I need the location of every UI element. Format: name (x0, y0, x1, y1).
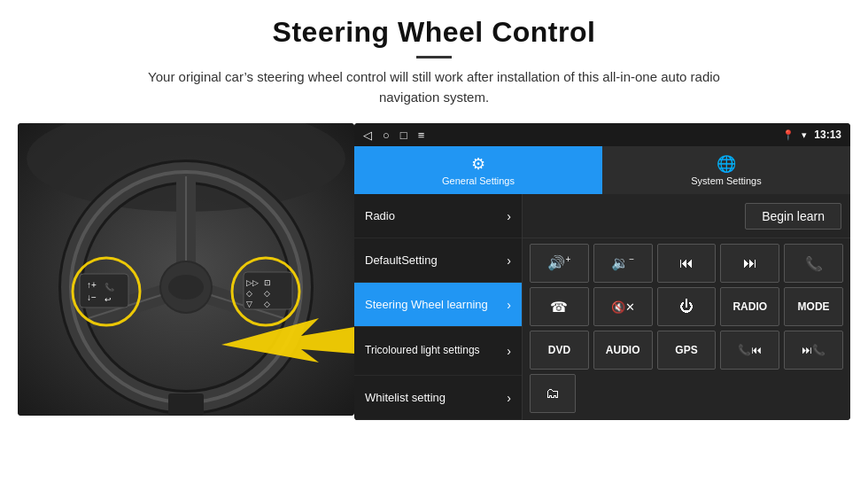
settings-menu: Radio › DefaultSetting › Steering Wheel … (354, 194, 523, 420)
menu-radio-label: Radio (365, 209, 395, 222)
svg-text:⊡: ⊡ (264, 278, 271, 287)
svg-text:◇: ◇ (264, 289, 270, 298)
radio-label: RADIO (732, 300, 767, 313)
mute-button[interactable]: 🔇✕ (593, 287, 653, 326)
settings-panel: Begin learn 🔊+ 🔉− ⏮ (523, 194, 850, 420)
android-ui: ◁ ○ □ ≡ 📍 ▾ 13:13 ⚙ General Settings 🌐 S… (354, 123, 850, 420)
begin-learn-button[interactable]: Begin learn (745, 203, 841, 230)
call-hang-button[interactable]: ☎ (530, 287, 589, 326)
menu-item-whitelist[interactable]: Whitelist setting › (354, 376, 522, 420)
back-nav-icon[interactable]: ◁ (363, 129, 372, 142)
mode-label: MODE (798, 300, 830, 313)
status-bar: ◁ ○ □ ≡ 📍 ▾ 13:13 (354, 123, 850, 146)
control-row-4: 🗂 (530, 374, 843, 413)
prev-track-button[interactable]: ⏮ (657, 244, 717, 283)
prev-track-icon: ⏮ (679, 255, 694, 271)
call-next-button[interactable]: ⏭📞 (784, 331, 843, 370)
call-prev-button[interactable]: 📞⏮ (720, 331, 779, 370)
status-time: 13:13 (814, 129, 841, 141)
tab-system-label: System Settings (691, 175, 761, 186)
svg-text:↓−: ↓− (87, 292, 97, 302)
power-button[interactable]: ⏻ (657, 287, 717, 326)
control-row-2: ☎ 🔇✕ ⏻ RADIO MODE (530, 287, 843, 326)
file-icon: 🗂 (546, 386, 560, 401)
wifi-icon: ▾ (802, 129, 807, 141)
next-track-button[interactable]: ⏭ (720, 244, 779, 283)
svg-text:▽: ▽ (246, 300, 252, 308)
menu-tricoloured-label: Tricoloured light settings (365, 344, 480, 358)
control-row-3: DVD AUDIO GPS 📞⏮ ⏭📞 (530, 331, 843, 370)
mode-button[interactable]: MODE (784, 287, 843, 326)
control-grid: 🔊+ 🔉− ⏮ ⏭ 📞 (523, 238, 850, 418)
menu-item-steering[interactable]: Steering Wheel learning › (354, 283, 522, 327)
menu-steering-label: Steering Wheel learning (365, 298, 488, 311)
svg-text:↑+: ↑+ (87, 280, 97, 290)
svg-text:◇: ◇ (264, 300, 270, 308)
steering-wheel-image: ↑+ ↓− 📞 ↩ ▷▷ ◇ ⊡ ◇ ▽ ◇ (18, 123, 354, 416)
settings-main: Radio › DefaultSetting › Steering Wheel … (354, 194, 850, 420)
menu-nav-icon[interactable]: ≡ (418, 129, 425, 142)
recents-nav-icon[interactable]: □ (400, 129, 407, 142)
tab-general-label: General Settings (442, 175, 515, 186)
menu-whitelist-label: Whitelist setting (365, 391, 446, 404)
page-subtitle: Your original car’s steering wheel contr… (124, 67, 744, 107)
menu-item-tricoloured[interactable]: Tricoloured light settings › (354, 327, 522, 376)
home-nav-icon[interactable]: ○ (383, 129, 390, 142)
menu-item-default[interactable]: DefaultSetting › (354, 238, 522, 283)
tab-system-settings[interactable]: 🌐 System Settings (602, 146, 850, 194)
call-prev-icon: 📞⏮ (738, 344, 762, 356)
radio-button[interactable]: RADIO (720, 287, 779, 326)
begin-learn-row: Begin learn (523, 194, 850, 238)
menu-default-label: DefaultSetting (365, 253, 438, 267)
general-settings-icon: ⚙ (471, 154, 485, 174)
svg-text:📞: 📞 (105, 282, 115, 292)
tab-bar: ⚙ General Settings 🌐 System Settings (354, 146, 850, 194)
vol-down-icon: 🔉− (611, 254, 634, 271)
status-bar-nav: ◁ ○ □ ≡ (363, 129, 424, 142)
menu-radio-arrow: › (507, 209, 511, 223)
menu-item-radio[interactable]: Radio › (354, 194, 522, 238)
menu-whitelist-arrow: › (507, 391, 511, 405)
audio-button[interactable]: AUDIO (593, 331, 653, 370)
file-button[interactable]: 🗂 (530, 374, 576, 413)
gps-label: GPS (675, 344, 697, 356)
next-track-icon: ⏭ (743, 255, 757, 271)
menu-tricoloured-arrow: › (507, 344, 511, 358)
call-answer-button[interactable]: 📞 (784, 244, 843, 283)
call-hang-icon: ☎ (550, 299, 568, 316)
svg-rect-28 (168, 393, 204, 416)
control-row-1: 🔊+ 🔉− ⏮ ⏭ 📞 (530, 244, 843, 283)
vol-up-button[interactable]: 🔊+ (530, 244, 589, 283)
page-header: Steering Wheel Control Your original car… (0, 0, 868, 114)
tab-general-settings[interactable]: ⚙ General Settings (354, 146, 602, 194)
page-title: Steering Wheel Control (35, 16, 833, 49)
content-area: ↑+ ↓− 📞 ↩ ▷▷ ◇ ⊡ ◇ ▽ ◇ ◁ (0, 114, 868, 429)
vol-down-button[interactable]: 🔉− (593, 244, 653, 283)
dvd-label: DVD (548, 344, 570, 356)
menu-default-arrow: › (507, 253, 511, 268)
location-icon: 📍 (782, 129, 794, 141)
dvd-button[interactable]: DVD (530, 331, 589, 370)
system-settings-icon: 🌐 (717, 154, 736, 174)
svg-text:▷▷: ▷▷ (246, 278, 259, 287)
svg-point-13 (168, 275, 204, 300)
call-answer-icon: 📞 (805, 255, 823, 272)
power-icon: ⏻ (679, 299, 694, 315)
svg-text:↩: ↩ (105, 295, 112, 304)
mute-icon: 🔇✕ (611, 300, 635, 314)
vol-up-icon: 🔊+ (547, 254, 570, 271)
status-bar-info: 📍 ▾ 13:13 (782, 129, 841, 141)
call-next-icon: ⏭📞 (802, 344, 825, 356)
header-divider (416, 56, 452, 58)
audio-label: AUDIO (606, 344, 640, 356)
svg-text:◇: ◇ (246, 289, 252, 298)
gps-button[interactable]: GPS (657, 331, 717, 370)
menu-steering-arrow: › (507, 298, 511, 312)
